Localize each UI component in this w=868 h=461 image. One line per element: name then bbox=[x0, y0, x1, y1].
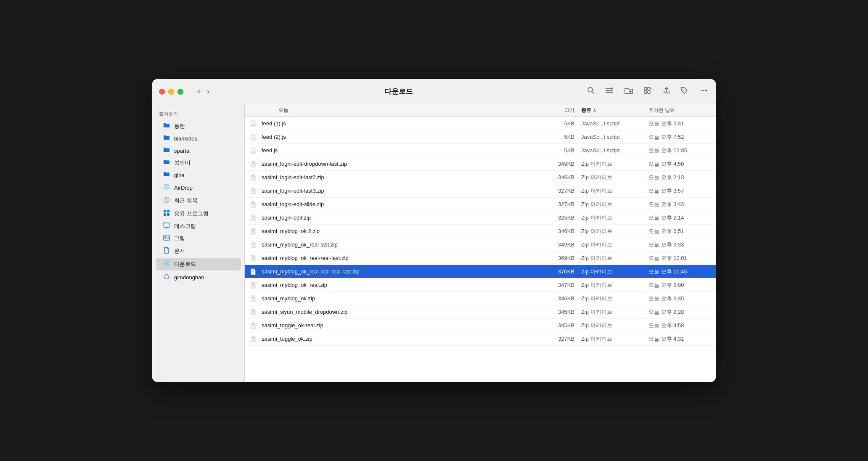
file-date: 오늘 오후 8:00 bbox=[648, 281, 716, 289]
table-row[interactable]: JSfeed (2).js5KBJavaSc...t script오늘 오후 7… bbox=[245, 130, 716, 144]
table-row[interactable]: sasimi_siyun_mobile_dropdown.zip345KBZip… bbox=[245, 305, 716, 319]
list-view-icon[interactable] bbox=[603, 85, 616, 98]
table-row[interactable]: sasimi_login-edit-last3.zip327KBZip 아카이브… bbox=[245, 184, 716, 198]
table-row[interactable]: sasimi_login-edit-last2.zip346KBZip 아카이브… bbox=[245, 171, 716, 184]
documents-icon bbox=[162, 247, 171, 255]
sidebar-items: 동한blankideasparta봄앤비ginaAirDrop최근 항목응용 프… bbox=[152, 120, 244, 283]
svg-rect-19 bbox=[164, 213, 166, 216]
forward-button[interactable]: › bbox=[204, 86, 212, 97]
main-content: 즐겨찾기 동한blankideasparta봄앤비ginaAirDrop최근 항… bbox=[152, 104, 716, 382]
file-size: 346KB bbox=[543, 228, 581, 234]
close-button[interactable] bbox=[159, 89, 165, 95]
table-row[interactable]: sasimi_login-edit-dropdown-last.zip349KB… bbox=[245, 157, 716, 171]
table-row[interactable]: sasimi_login-edit-slide.zip327KBZip 아카이브… bbox=[245, 198, 716, 211]
table-row[interactable]: sasimi_myblog_ok_real-real-real-last.zip… bbox=[245, 265, 716, 278]
file-name: sasimi_login-edit-slide.zip bbox=[262, 201, 543, 207]
sidebar-item-pictures[interactable]: 그림 bbox=[156, 233, 241, 244]
file-size: 349KB bbox=[543, 241, 581, 248]
file-kind: JavaSc...t script bbox=[581, 147, 648, 154]
sidebar-label-gina: gina bbox=[174, 172, 185, 178]
sidebar-item-desktop[interactable]: 데스크탑 bbox=[156, 220, 241, 232]
tag-icon[interactable] bbox=[679, 85, 690, 98]
file-name: sasimi_myblog_ok_real-real-real-last.zip bbox=[262, 268, 543, 275]
titlebar: ‹ › 다운로드 bbox=[152, 79, 716, 104]
more-icon[interactable] bbox=[696, 85, 709, 98]
file-icon-col bbox=[245, 174, 262, 181]
folder-icon bbox=[162, 159, 171, 167]
search-icon[interactable] bbox=[585, 85, 596, 98]
sidebar-label-pictures: 그림 bbox=[174, 235, 185, 242]
sidebar-item-airdrop[interactable]: AirDrop bbox=[156, 181, 241, 194]
svg-rect-8 bbox=[648, 87, 650, 90]
grid-view-icon[interactable] bbox=[642, 85, 654, 98]
file-date: 오늘 오후 10:01 bbox=[648, 254, 716, 262]
table-row[interactable]: sasimi_myblog_ok 2.zip346KBZip 아카이브오늘 오후… bbox=[245, 225, 716, 238]
folder-new-icon[interactable] bbox=[622, 85, 635, 98]
back-button[interactable]: ‹ bbox=[195, 86, 203, 97]
maximize-button[interactable] bbox=[177, 89, 183, 95]
file-kind: Zip 아카이브 bbox=[581, 308, 648, 316]
file-date: 오늘 오후 11:45 bbox=[648, 268, 716, 276]
file-icon-col bbox=[245, 322, 262, 329]
table-row[interactable]: sasimi_toggle_ok.zip327KBZip 아카이브오늘 오후 4… bbox=[245, 332, 716, 346]
share-icon[interactable] bbox=[661, 85, 672, 98]
table-row[interactable]: sasimi_login-edit.zip325KBZip 아카이브오늘 오후 … bbox=[245, 211, 716, 225]
table-row[interactable]: sasimi_toggle_ok-real.zip345KBZip 아카이브오늘… bbox=[245, 319, 716, 332]
file-name: sasimi_myblog_ok.zip bbox=[262, 295, 543, 302]
svg-rect-20 bbox=[167, 213, 169, 216]
file-size: 346KB bbox=[543, 174, 581, 180]
sidebar-item-sparta[interactable]: sparta bbox=[156, 145, 241, 156]
table-row[interactable]: JSfeed (1).js5KBJavaSc...t script오늘 오후 5… bbox=[245, 117, 716, 130]
file-date: 오늘 오후 4:58 bbox=[648, 322, 716, 329]
sidebar-item-donhan[interactable]: 동한 bbox=[156, 120, 241, 132]
downloads-icon bbox=[162, 260, 171, 268]
svg-rect-17 bbox=[164, 210, 166, 212]
table-row[interactable]: sasimi_myblog_ok_real.zip347KBZip 아카이브오늘… bbox=[245, 278, 716, 292]
table-row[interactable]: sasimi_myblog_ok_real-last.zip349KBZip 아… bbox=[245, 238, 716, 252]
file-list: JSfeed (1).js5KBJavaSc...t script오늘 오후 5… bbox=[245, 117, 716, 382]
table-row[interactable]: sasimi_myblog_ok.zip346KBZip 아카이브오늘 오후 6… bbox=[245, 292, 716, 305]
sidebar-label-desktop: 데스크탑 bbox=[174, 223, 196, 230]
col-kind-header[interactable]: 종류 ∧ bbox=[581, 107, 648, 114]
file-icon-col bbox=[245, 188, 262, 194]
file-size: 327KB bbox=[543, 336, 581, 342]
sidebar-item-bomanbi[interactable]: 봄앤비 bbox=[156, 157, 241, 169]
toolbar-right bbox=[585, 85, 709, 98]
col-date-header[interactable]: 추가된 날짜 bbox=[648, 107, 716, 114]
file-kind: Zip 아카이브 bbox=[581, 201, 648, 208]
window-title: 다운로드 bbox=[217, 87, 580, 96]
sidebar-item-gina[interactable]: gina bbox=[156, 169, 241, 181]
file-icon-col bbox=[245, 228, 262, 235]
file-name: sasimi_myblog_ok 2.zip bbox=[262, 228, 543, 234]
file-size: 369KB bbox=[543, 255, 581, 261]
file-size: 345KB bbox=[543, 309, 581, 315]
file-date: 오늘 오후 2:28 bbox=[648, 308, 716, 316]
sidebar-label-donhan: 동한 bbox=[174, 122, 185, 130]
table-row[interactable]: sasimi_myblog_ok_real-real-last.zip369KB… bbox=[245, 252, 716, 265]
traffic-lights bbox=[159, 89, 183, 95]
sidebar-item-gimdonghan[interactable]: gimdonghan bbox=[156, 271, 241, 283]
file-size: 346KB bbox=[543, 295, 581, 302]
col-name-header[interactable]: 오늘 bbox=[262, 107, 543, 114]
file-icon-col bbox=[245, 336, 262, 342]
svg-line-1 bbox=[592, 92, 594, 94]
sidebar-item-apps[interactable]: 응용 프로그램 bbox=[156, 207, 241, 220]
svg-rect-21 bbox=[163, 223, 170, 227]
svg-point-13 bbox=[703, 90, 704, 91]
table-row[interactable]: JSfeed.js5KBJavaSc...t script오늘 오후 12:35 bbox=[245, 144, 716, 157]
file-name: sasimi_siyun_mobile_dropdown.zip bbox=[262, 309, 543, 315]
folder-icon bbox=[162, 122, 171, 130]
file-kind: Zip 아카이브 bbox=[581, 160, 648, 168]
file-date: 오늘 오후 6:51 bbox=[648, 228, 716, 235]
file-date: 오늘 오후 2:13 bbox=[648, 174, 716, 181]
minimize-button[interactable] bbox=[168, 89, 174, 95]
sidebar-label-sparta: sparta bbox=[174, 148, 189, 154]
file-name: sasimi_login-edit-last2.zip bbox=[262, 174, 543, 180]
sidebar-item-blankidea[interactable]: blankidea bbox=[156, 132, 241, 144]
file-size: 325KB bbox=[543, 215, 581, 221]
col-size-header[interactable]: 크기 bbox=[543, 107, 581, 114]
svg-rect-7 bbox=[644, 87, 647, 90]
sidebar-item-downloads[interactable]: 다운로드 bbox=[156, 258, 241, 270]
sidebar-item-recent[interactable]: 최근 항목 bbox=[156, 194, 241, 207]
sidebar-item-documents[interactable]: 문서 bbox=[156, 245, 241, 257]
